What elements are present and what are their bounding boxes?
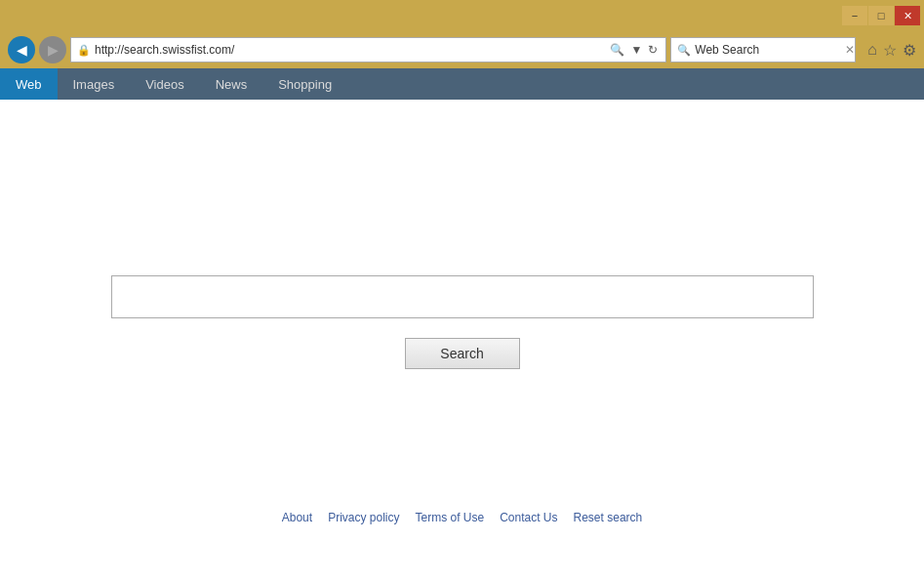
refresh-icon[interactable]: ↻ — [646, 43, 660, 57]
title-bar-controls: − □ ✕ — [842, 6, 920, 25]
title-bar: − □ ✕ — [0, 0, 924, 31]
back-icon: ◀ — [17, 42, 27, 58]
forward-icon: ▶ — [48, 42, 59, 58]
main-search-input[interactable] — [111, 275, 814, 318]
footer-terms[interactable]: Terms of Use — [415, 511, 484, 524]
search-addr-icon[interactable]: 🔍 — [608, 43, 626, 57]
dropdown-icon[interactable]: ▼ — [628, 43, 644, 57]
main-content: Search About Privacy policy Terms of Use… — [0, 100, 924, 583]
home-button[interactable]: ⌂ — [867, 41, 877, 59]
search-icon: 🔍 — [677, 44, 691, 57]
nav-tabs: Web Images Videos News Shopping — [0, 68, 924, 100]
toolbar-icons: ⌂ ☆ ⚙ — [860, 41, 916, 60]
maximize-button[interactable]: □ — [868, 6, 894, 25]
tab-web[interactable]: Web — [0, 68, 58, 100]
tab-shopping[interactable]: Shopping — [262, 68, 347, 100]
search-box-addr: 🔍 ✕ — [670, 37, 856, 62]
addr-btns: 🔍 ▼ ↻ — [608, 43, 660, 57]
tab-images[interactable]: Images — [58, 68, 131, 100]
url-text: http://search.swissfist.com/ — [95, 43, 604, 57]
address-bar-row: ◀ ▶ 🔒 http://search.swissfist.com/ 🔍 ▼ ↻… — [0, 31, 924, 68]
address-box: 🔒 http://search.swissfist.com/ 🔍 ▼ ↻ — [70, 37, 666, 62]
footer-contact[interactable]: Contact Us — [500, 511, 557, 524]
lock-icon: 🔒 — [77, 44, 91, 57]
forward-button[interactable]: ▶ — [39, 36, 66, 63]
footer-reset[interactable]: Reset search — [574, 511, 643, 524]
footer-about[interactable]: About — [282, 511, 312, 524]
tab-videos[interactable]: Videos — [130, 68, 200, 100]
footer-links: About Privacy policy Terms of Use Contac… — [282, 511, 642, 524]
footer-privacy[interactable]: Privacy policy — [328, 511, 399, 524]
search-area: Search — [111, 275, 814, 369]
minimize-button[interactable]: − — [842, 6, 867, 25]
close-button[interactable]: ✕ — [895, 6, 920, 25]
favorites-button[interactable]: ☆ — [883, 41, 897, 60]
tab-news[interactable]: News — [200, 68, 263, 100]
back-button[interactable]: ◀ — [8, 36, 35, 63]
search-clear-button[interactable]: ✕ — [845, 43, 855, 57]
search-button[interactable]: Search — [405, 338, 520, 369]
search-input-addr[interactable] — [695, 43, 841, 57]
settings-button[interactable]: ⚙ — [903, 41, 916, 60]
